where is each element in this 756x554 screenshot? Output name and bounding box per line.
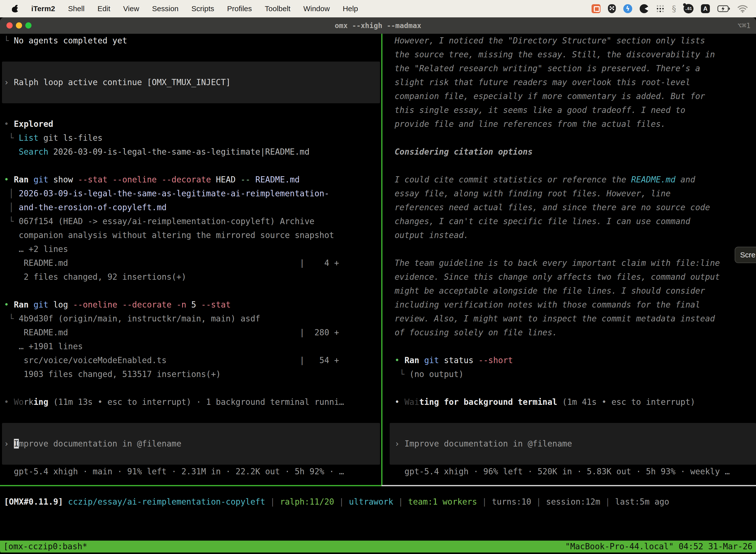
text-segment: last:5m ago xyxy=(615,497,670,507)
terminal-line: gpt-5.4 xhigh · 96% left · 520K in · 5.8… xyxy=(383,465,756,479)
text-segment: List xyxy=(19,133,39,143)
terminal-line: the source tree, missing the essay. Stil… xyxy=(383,48,756,62)
terminal-line: 2 files changed, 92 insertions(+) xyxy=(0,270,381,284)
text-segment: Ran xyxy=(14,300,29,310)
text-segment: gpt-5.4 xhigh · 96% left · 520K in · 5.8… xyxy=(395,466,730,476)
text-segment: including verification notes with those … xyxy=(395,300,700,310)
text-segment: └ xyxy=(4,36,14,45)
hook-icon[interactable]: § xyxy=(672,4,676,13)
battery-charging-icon[interactable] xyxy=(717,4,730,13)
text-segment: | xyxy=(600,497,615,507)
text-segment: 1903 files changed, 513517 insertions(+) xyxy=(4,369,221,379)
terminal-line: • Explored xyxy=(0,117,381,131)
text-segment: git xyxy=(34,300,48,310)
terminal-line: the "Related research writing" section i… xyxy=(383,62,756,75)
text-segment: 2 files changed, 92 insertions(+) xyxy=(4,272,186,282)
text-segment: Search xyxy=(19,147,48,157)
text-segment: • xyxy=(4,119,14,129)
terminal-line: Search 2026-03-09-is-legal-the-same-as-l… xyxy=(0,145,381,159)
text-segment: status xyxy=(439,355,479,365)
menu-item-help[interactable]: Help xyxy=(343,4,358,13)
menu-item-window[interactable]: Window xyxy=(303,4,330,13)
bolt-badge-icon[interactable]: ϟ xyxy=(623,4,632,13)
text-segment: slight risk that future readers may over… xyxy=(395,77,690,87)
terminal-line: README.md | 280 + xyxy=(0,326,381,340)
text-segment: git xyxy=(424,355,439,365)
omx-status-line: [OMX#0.11.9] cczip/essay/ai-reimplementa… xyxy=(0,495,756,509)
badge-61-icon[interactable]: ..61 xyxy=(684,4,693,13)
menu-item-shell[interactable]: Shell xyxy=(68,4,84,13)
menu-item-session[interactable]: Session xyxy=(152,4,179,13)
menu-item-edit[interactable]: Edit xyxy=(98,4,110,13)
text-segment: (no output) xyxy=(410,369,464,379)
text-segment: › xyxy=(395,439,404,448)
text-segment: └ xyxy=(4,216,19,226)
text-segment: 067f154 (HEAD -> essay/ai-reimplementati… xyxy=(19,216,315,226)
shield-grid-icon[interactable] xyxy=(608,4,616,13)
text-segment: evidence. Since this change only affects… xyxy=(395,272,720,282)
text-segment: Explored xyxy=(14,119,53,129)
terminal-line: Considering citation options xyxy=(383,145,756,159)
apple-menu-icon[interactable] xyxy=(12,5,18,12)
tmux-pane-left[interactable]: └ No agents completed yet› Ralph loop ac… xyxy=(0,34,381,485)
menu-item-view[interactable]: View xyxy=(123,4,139,13)
text-segment: › xyxy=(4,439,14,448)
menu-item-scripts[interactable]: Scripts xyxy=(191,4,214,13)
text-segment: companion analysis without altering the … xyxy=(4,230,334,240)
pane-bottom-border-right xyxy=(381,485,756,486)
pane-divider[interactable] xyxy=(381,34,382,485)
terminal-line: • Waiting for background terminal (1m 41… xyxy=(383,395,756,409)
macos-menu-bar: iTerm2 ShellEditViewSessionScriptsProfil… xyxy=(0,0,756,17)
terminal-line: I could cite commit statistics or refere… xyxy=(383,173,756,187)
text-segment: └ xyxy=(4,314,19,323)
terminal-line: README.md | 4 + xyxy=(0,256,381,270)
text-segment: | xyxy=(265,497,280,507)
text-segment: HEAD xyxy=(211,175,241,184)
text-segment: --oneline xyxy=(73,300,117,310)
dots-grid-icon[interactable] xyxy=(656,4,665,13)
text-segment: • xyxy=(395,397,404,407)
text-segment: README.md | 280 + xyxy=(4,328,339,337)
terminal-line: references need actual files, and since … xyxy=(383,201,756,214)
text-segment: --stat xyxy=(78,175,107,184)
terminal-line: › Ralph loop active continue [OMX_TMUX_I… xyxy=(0,75,381,89)
text-segment: --short xyxy=(479,355,513,365)
text-cursor: I xyxy=(14,439,19,448)
text-segment: session:12m xyxy=(546,497,601,507)
terminal-line: output instead. xyxy=(383,228,756,242)
terminal-line: 1903 files changed, 513517 insertions(+) xyxy=(0,367,381,381)
screen-tooltip: Scre xyxy=(735,247,756,263)
terminal-line: provide file and line references from th… xyxy=(383,117,756,131)
text-segment: Wo xyxy=(14,397,24,407)
input-source-a-icon[interactable]: A xyxy=(701,4,710,13)
text-segment: gpt-5.4 xhigh · main · 91% left · 2.31M … xyxy=(4,466,344,476)
text-segment: changes, I can't cite specific file line… xyxy=(395,216,690,226)
text-segment: ing xyxy=(34,397,48,407)
wifi-icon[interactable] xyxy=(738,5,748,13)
terminal-line: › Improve documentation in @filename xyxy=(0,437,381,451)
iterm2-window: omx --xhigh --madmax ⌥⌘1 └ No agents com… xyxy=(0,17,756,554)
text-segment: • xyxy=(4,175,14,184)
text-segment: README.md xyxy=(255,175,300,184)
text-segment: › xyxy=(4,77,14,87)
menu-item-profiles[interactable]: Profiles xyxy=(227,4,252,13)
chat-badge-icon[interactable] xyxy=(591,4,601,13)
menu-item-toolbelt[interactable]: Toolbelt xyxy=(265,4,291,13)
text-segment: ultrawork xyxy=(349,497,393,507)
pacman-icon[interactable] xyxy=(640,4,649,13)
text-segment: review. Also, I might want to inspect th… xyxy=(395,314,715,323)
menu-item-app[interactable]: iTerm2 xyxy=(31,4,55,13)
terminal-line: src/voice/voiceModeEnabled.ts | 54 + xyxy=(0,353,381,367)
terminal-line: │ and-the-erosion-of-copyleft.md xyxy=(0,201,381,214)
terminal-line: changes, I can't cite specific file line… xyxy=(383,214,756,228)
terminal-line: │ 2026-03-09-is-legal-the-same-as-legiti… xyxy=(0,187,381,201)
text-segment: … +1901 lines xyxy=(4,341,83,351)
text-segment: git ls-files xyxy=(39,133,103,143)
window-title-bar[interactable]: omx --xhigh --madmax ⌥⌘1 xyxy=(0,17,756,34)
text-segment: README.md | 4 + xyxy=(4,258,339,268)
tmux-pane-right[interactable]: However, I noticed the "Directory Struct… xyxy=(383,34,756,485)
text-segment: └ xyxy=(4,133,19,143)
text-segment xyxy=(117,300,122,310)
terminal-line: └ No agents completed yet xyxy=(0,34,381,48)
text-segment: No agents completed yet xyxy=(14,36,127,45)
